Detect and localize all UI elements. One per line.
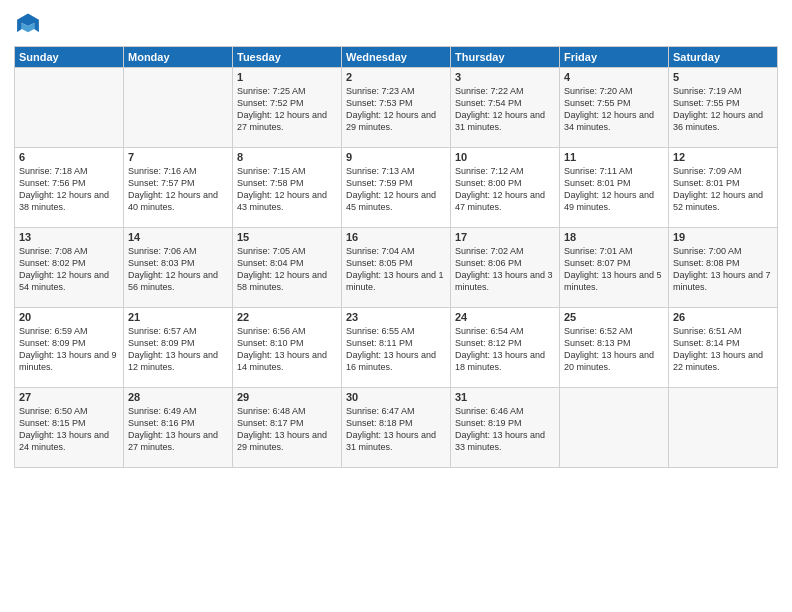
day-number: 1 [237,71,337,83]
calendar-cell: 25Sunrise: 6:52 AMSunset: 8:13 PMDayligh… [560,308,669,388]
calendar-cell: 30Sunrise: 6:47 AMSunset: 8:18 PMDayligh… [342,388,451,468]
cell-info: Sunrise: 7:02 AMSunset: 8:06 PMDaylight:… [455,245,555,294]
calendar-cell: 8Sunrise: 7:15 AMSunset: 7:58 PMDaylight… [233,148,342,228]
cell-info: Sunrise: 6:56 AMSunset: 8:10 PMDaylight:… [237,325,337,374]
calendar-cell: 15Sunrise: 7:05 AMSunset: 8:04 PMDayligh… [233,228,342,308]
header-row: SundayMondayTuesdayWednesdayThursdayFrid… [15,47,778,68]
cell-info: Sunrise: 7:20 AMSunset: 7:55 PMDaylight:… [564,85,664,134]
cell-info: Sunrise: 7:18 AMSunset: 7:56 PMDaylight:… [19,165,119,214]
col-header-tuesday: Tuesday [233,47,342,68]
calendar-cell: 12Sunrise: 7:09 AMSunset: 8:01 PMDayligh… [669,148,778,228]
day-number: 17 [455,231,555,243]
calendar-cell: 24Sunrise: 6:54 AMSunset: 8:12 PMDayligh… [451,308,560,388]
cell-info: Sunrise: 6:47 AMSunset: 8:18 PMDaylight:… [346,405,446,454]
cell-info: Sunrise: 6:54 AMSunset: 8:12 PMDaylight:… [455,325,555,374]
cell-info: Sunrise: 7:08 AMSunset: 8:02 PMDaylight:… [19,245,119,294]
week-row-2: 6Sunrise: 7:18 AMSunset: 7:56 PMDaylight… [15,148,778,228]
cell-info: Sunrise: 6:59 AMSunset: 8:09 PMDaylight:… [19,325,119,374]
day-number: 21 [128,311,228,323]
cell-info: Sunrise: 7:13 AMSunset: 7:59 PMDaylight:… [346,165,446,214]
calendar-cell: 23Sunrise: 6:55 AMSunset: 8:11 PMDayligh… [342,308,451,388]
header [14,12,778,40]
cell-info: Sunrise: 7:25 AMSunset: 7:52 PMDaylight:… [237,85,337,134]
page: SundayMondayTuesdayWednesdayThursdayFrid… [0,0,792,612]
calendar-table: SundayMondayTuesdayWednesdayThursdayFrid… [14,46,778,468]
week-row-4: 20Sunrise: 6:59 AMSunset: 8:09 PMDayligh… [15,308,778,388]
day-number: 20 [19,311,119,323]
day-number: 12 [673,151,773,163]
col-header-monday: Monday [124,47,233,68]
cell-info: Sunrise: 7:05 AMSunset: 8:04 PMDaylight:… [237,245,337,294]
cell-info: Sunrise: 7:04 AMSunset: 8:05 PMDaylight:… [346,245,446,294]
col-header-wednesday: Wednesday [342,47,451,68]
day-number: 9 [346,151,446,163]
day-number: 29 [237,391,337,403]
cell-info: Sunrise: 6:50 AMSunset: 8:15 PMDaylight:… [19,405,119,454]
day-number: 31 [455,391,555,403]
day-number: 7 [128,151,228,163]
cell-info: Sunrise: 6:52 AMSunset: 8:13 PMDaylight:… [564,325,664,374]
day-number: 19 [673,231,773,243]
calendar-cell: 11Sunrise: 7:11 AMSunset: 8:01 PMDayligh… [560,148,669,228]
cell-info: Sunrise: 7:23 AMSunset: 7:53 PMDaylight:… [346,85,446,134]
day-number: 11 [564,151,664,163]
col-header-saturday: Saturday [669,47,778,68]
cell-info: Sunrise: 6:57 AMSunset: 8:09 PMDaylight:… [128,325,228,374]
calendar-cell: 3Sunrise: 7:22 AMSunset: 7:54 PMDaylight… [451,68,560,148]
calendar-cell: 31Sunrise: 6:46 AMSunset: 8:19 PMDayligh… [451,388,560,468]
calendar-cell: 17Sunrise: 7:02 AMSunset: 8:06 PMDayligh… [451,228,560,308]
cell-info: Sunrise: 6:48 AMSunset: 8:17 PMDaylight:… [237,405,337,454]
day-number: 13 [19,231,119,243]
day-number: 24 [455,311,555,323]
cell-info: Sunrise: 6:51 AMSunset: 8:14 PMDaylight:… [673,325,773,374]
calendar-cell: 26Sunrise: 6:51 AMSunset: 8:14 PMDayligh… [669,308,778,388]
calendar-cell: 18Sunrise: 7:01 AMSunset: 8:07 PMDayligh… [560,228,669,308]
calendar-cell: 14Sunrise: 7:06 AMSunset: 8:03 PMDayligh… [124,228,233,308]
cell-info: Sunrise: 7:16 AMSunset: 7:57 PMDaylight:… [128,165,228,214]
cell-info: Sunrise: 7:19 AMSunset: 7:55 PMDaylight:… [673,85,773,134]
day-number: 22 [237,311,337,323]
day-number: 5 [673,71,773,83]
cell-info: Sunrise: 7:11 AMSunset: 8:01 PMDaylight:… [564,165,664,214]
calendar-cell: 2Sunrise: 7:23 AMSunset: 7:53 PMDaylight… [342,68,451,148]
day-number: 10 [455,151,555,163]
day-number: 27 [19,391,119,403]
calendar-cell: 21Sunrise: 6:57 AMSunset: 8:09 PMDayligh… [124,308,233,388]
calendar-cell: 27Sunrise: 6:50 AMSunset: 8:15 PMDayligh… [15,388,124,468]
calendar-cell [669,388,778,468]
day-number: 2 [346,71,446,83]
cell-info: Sunrise: 7:12 AMSunset: 8:00 PMDaylight:… [455,165,555,214]
calendar-cell: 1Sunrise: 7:25 AMSunset: 7:52 PMDaylight… [233,68,342,148]
calendar-cell: 22Sunrise: 6:56 AMSunset: 8:10 PMDayligh… [233,308,342,388]
day-number: 25 [564,311,664,323]
cell-info: Sunrise: 7:22 AMSunset: 7:54 PMDaylight:… [455,85,555,134]
calendar-cell: 6Sunrise: 7:18 AMSunset: 7:56 PMDaylight… [15,148,124,228]
cell-info: Sunrise: 7:01 AMSunset: 8:07 PMDaylight:… [564,245,664,294]
cell-info: Sunrise: 6:46 AMSunset: 8:19 PMDaylight:… [455,405,555,454]
calendar-cell: 4Sunrise: 7:20 AMSunset: 7:55 PMDaylight… [560,68,669,148]
cell-info: Sunrise: 7:00 AMSunset: 8:08 PMDaylight:… [673,245,773,294]
calendar-cell: 19Sunrise: 7:00 AMSunset: 8:08 PMDayligh… [669,228,778,308]
col-header-friday: Friday [560,47,669,68]
calendar-cell: 20Sunrise: 6:59 AMSunset: 8:09 PMDayligh… [15,308,124,388]
cell-info: Sunrise: 6:55 AMSunset: 8:11 PMDaylight:… [346,325,446,374]
day-number: 23 [346,311,446,323]
day-number: 14 [128,231,228,243]
cell-info: Sunrise: 7:09 AMSunset: 8:01 PMDaylight:… [673,165,773,214]
day-number: 15 [237,231,337,243]
week-row-5: 27Sunrise: 6:50 AMSunset: 8:15 PMDayligh… [15,388,778,468]
day-number: 4 [564,71,664,83]
calendar-cell: 7Sunrise: 7:16 AMSunset: 7:57 PMDaylight… [124,148,233,228]
calendar-cell [124,68,233,148]
day-number: 18 [564,231,664,243]
week-row-3: 13Sunrise: 7:08 AMSunset: 8:02 PMDayligh… [15,228,778,308]
day-number: 16 [346,231,446,243]
week-row-1: 1Sunrise: 7:25 AMSunset: 7:52 PMDaylight… [15,68,778,148]
logo [14,12,46,40]
logo-icon [14,12,42,40]
calendar-cell: 28Sunrise: 6:49 AMSunset: 8:16 PMDayligh… [124,388,233,468]
day-number: 3 [455,71,555,83]
col-header-sunday: Sunday [15,47,124,68]
day-number: 8 [237,151,337,163]
calendar-cell: 10Sunrise: 7:12 AMSunset: 8:00 PMDayligh… [451,148,560,228]
